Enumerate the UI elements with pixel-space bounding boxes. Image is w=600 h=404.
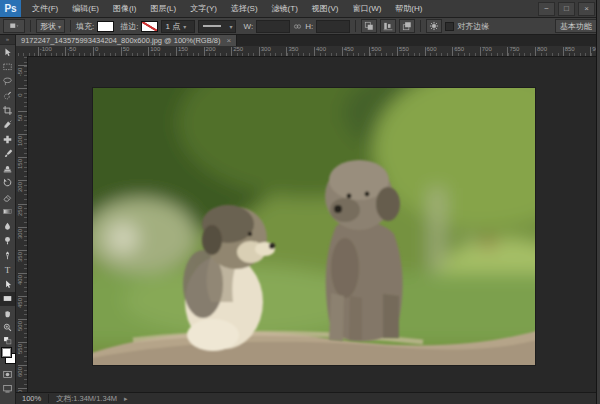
ruler-label: -100 [40,46,52,53]
path-operations-button[interactable] [361,19,377,33]
tools-collapse-button[interactable]: » [0,35,15,45]
width-label: W: [243,22,253,31]
vertical-ruler[interactable]: -500501001502002503003504004505005506006… [16,56,28,392]
divider [355,20,356,32]
tab-close-icon[interactable]: × [226,37,231,45]
clone-stamp-tool[interactable] [0,161,15,176]
menu-item-9[interactable]: 窗口(W) [345,0,388,17]
ruler-label: 350 [288,46,298,53]
type-icon: T [2,264,13,275]
ruler-label: 700 [482,46,492,53]
history-icon [2,177,13,188]
crop-tool[interactable] [0,103,15,118]
path-selection-tool[interactable] [0,277,15,292]
quick-mask-button[interactable] [0,367,15,382]
dodge-tool[interactable] [0,234,15,249]
workspace-switcher-button[interactable]: 基本功能 [555,19,597,33]
document-size-info: 文档:1.34M/1.34M [56,394,117,404]
ruler-tick [342,47,343,56]
menu-item-5[interactable]: 文字(Y) [183,0,224,17]
ps-logo: Ps [0,0,21,17]
canvas-photo[interactable] [93,88,535,365]
chevron-down-icon: ▾ [183,23,186,30]
shape-mode-dropdown[interactable]: 形状 ▾ [36,19,65,33]
fill-swatch[interactable] [97,21,114,32]
ruler-label: 350 [16,249,24,265]
brush-tool[interactable] [0,147,15,162]
status-options-arrow[interactable]: ▸ [124,395,128,403]
document-tab[interactable]: 9172247_143575993434204_800x600.jpg @ 10… [16,35,237,46]
close-button[interactable]: × [578,2,595,16]
ruler-label: 100 [16,133,24,149]
options-bar: 形状 ▾ 填充: 描边: 1 点 ▾ ▾ W: H: [0,18,600,35]
blurred-background [93,88,535,365]
screen-mode-button[interactable] [0,382,15,397]
menu-item-10[interactable]: 帮助(H) [388,0,429,17]
rectangle-shape-tool[interactable] [0,292,15,307]
quickmask-icon [2,369,13,380]
link-dimensions-icon[interactable] [293,22,302,31]
menu-item-8[interactable]: 视图(V) [305,0,346,17]
ruler-tick [590,47,591,56]
pen-tool[interactable] [0,248,15,263]
align-edges-checkbox[interactable] [445,22,454,31]
marquee-tool[interactable] [0,60,15,75]
stroke-swatch[interactable] [141,21,158,32]
blur-tool[interactable] [0,219,15,234]
ruler-label: 300 [261,46,271,53]
path-arrangement-button[interactable] [399,19,415,33]
menu-item-2[interactable]: 编辑(E) [65,0,106,17]
move-tool[interactable] [0,45,15,60]
geometry-options-button[interactable] [426,19,442,33]
divider [420,20,421,32]
hand-tool[interactable] [0,306,15,321]
divider [48,394,49,403]
menu-item-3[interactable]: 图像(I) [106,0,144,17]
eyedropper-tool[interactable] [0,118,15,133]
gradient-tool[interactable] [0,205,15,220]
zoom-tool[interactable] [0,321,15,336]
screenmode-icon [2,383,13,394]
menu-item-7[interactable]: 滤镜(T) [265,0,305,17]
path-operations-icon [364,21,374,31]
maximize-button[interactable]: □ [558,2,575,16]
ruler-label: 50 [123,46,130,53]
quick-selection-tool[interactable] [0,89,15,104]
type-tool[interactable]: T [0,263,15,278]
stroke-label: 描边: [120,21,138,32]
height-label: H: [305,22,313,31]
tool-preset-icon [9,21,19,31]
minimize-button[interactable]: − [538,2,555,16]
path-alignment-button[interactable] [380,19,396,33]
healing-brush-tool[interactable] [0,132,15,147]
height-field[interactable] [316,20,350,33]
foreground-background-swatches[interactable] [0,345,15,367]
pathselect-icon [2,279,13,290]
menu-item-6[interactable]: 选择(S) [224,0,265,17]
ruler-tick [480,47,481,56]
stroke-style-dropdown[interactable]: ▾ [198,20,236,33]
menu-item-1[interactable]: 文件(F) [25,0,65,17]
foreground-color-swatch[interactable] [1,347,12,358]
dodge-icon [2,235,13,246]
ruler-label: 450 [344,46,354,53]
lasso-tool[interactable] [0,74,15,89]
photo-illustration [93,88,535,365]
default-colors-button[interactable] [0,335,15,345]
width-field[interactable] [256,20,290,33]
tool-column: T [0,45,15,396]
ruler-tick [286,47,287,56]
zoom-level-field[interactable]: 100% [22,394,41,403]
stroke-width-field[interactable]: 1 点 ▾ [161,20,195,33]
gradient-icon [2,206,13,217]
horizontal-ruler[interactable]: -100-50050100150200250300350400450500550… [16,46,600,57]
ruler-label: 300 [16,226,24,242]
align-edges-label: 对齐边缘 [457,21,489,32]
tool-preset-picker[interactable] [3,19,25,33]
ruler-tick [176,47,177,56]
menu-item-4[interactable]: 图层(L) [143,0,183,17]
eraser-tool[interactable] [0,190,15,205]
ruler-label: -50 [67,46,76,53]
ruler-tick [65,47,66,56]
history-brush-tool[interactable] [0,176,15,191]
